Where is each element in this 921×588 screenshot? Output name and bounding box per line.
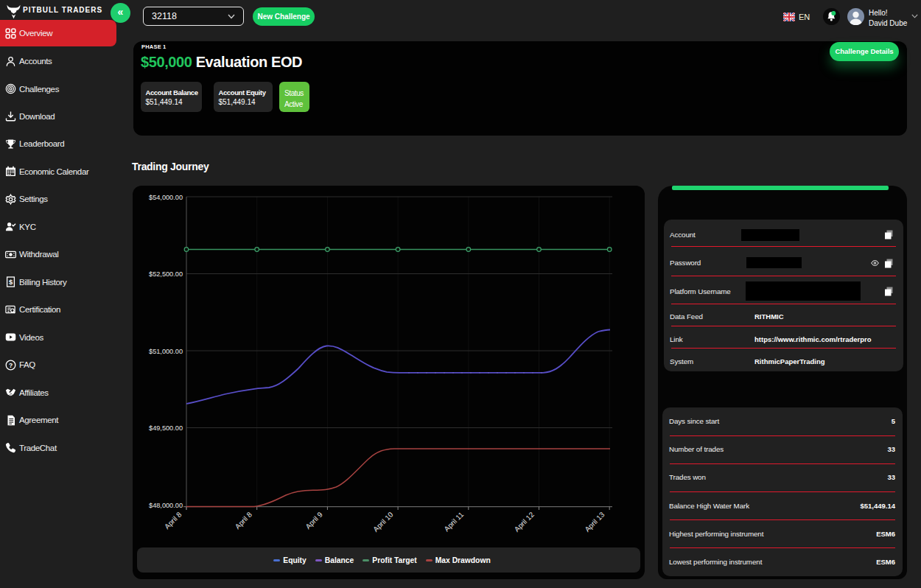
svg-text:April 13: April 13: [583, 510, 606, 533]
svg-text:$: $: [9, 278, 13, 286]
svg-text:?: ?: [9, 361, 13, 368]
svg-text:$51,000.00: $51,000.00: [149, 348, 183, 355]
svg-text:$49,500.00: $49,500.00: [149, 424, 183, 432]
svg-text:$48,000.00: $48,000.00: [149, 502, 183, 509]
svg-text:$54,000.00: $54,000.00: [149, 194, 183, 201]
svg-text:April 9: April 9: [304, 511, 323, 531]
svg-text:April 11: April 11: [442, 511, 465, 533]
svg-text:April 8: April 8: [163, 510, 183, 531]
svg-text:April 12: April 12: [513, 511, 536, 533]
svg-text:$52,500.00: $52,500.00: [149, 270, 183, 278]
svg-text:April 10: April 10: [371, 510, 395, 533]
svg-text:April 8: April 8: [234, 510, 254, 531]
